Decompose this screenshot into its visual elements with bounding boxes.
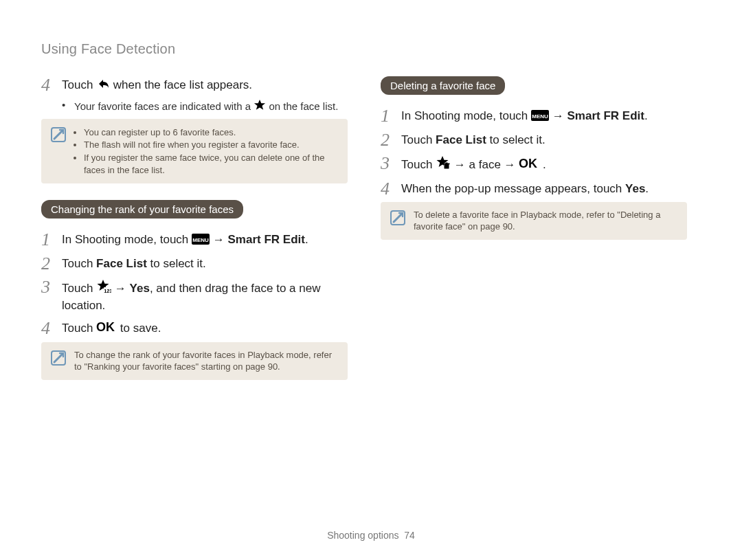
text: When the pop-up message appears, touch bbox=[401, 182, 625, 195]
text: Touch bbox=[62, 78, 96, 91]
right-step-4: 4 When the pop-up message appears, touch… bbox=[381, 180, 687, 198]
text: → bbox=[552, 109, 567, 122]
text: when the face list appears. bbox=[113, 78, 252, 91]
text: Touch bbox=[401, 158, 436, 171]
step-number: 2 bbox=[41, 255, 62, 273]
step-text: In Shooting mode, touch → Smart FR Edit. bbox=[62, 231, 308, 249]
step-number: 2 bbox=[381, 131, 401, 149]
text: . bbox=[644, 109, 648, 122]
note-item: The flash will not fire when you registe… bbox=[84, 139, 339, 151]
step-number: 4 bbox=[41, 76, 62, 94]
left-rank-step-4: 4 Touch to save. bbox=[41, 320, 348, 338]
step-text: Touch Face List to select it. bbox=[62, 255, 206, 272]
page-title: Using Face Detection bbox=[41, 41, 701, 57]
ok-icon bbox=[519, 157, 539, 175]
columns: 4 Touch when the face list appears. • Yo… bbox=[41, 71, 701, 530]
note-icon bbox=[390, 210, 405, 225]
text-bold: Face List bbox=[96, 257, 147, 270]
step-text: In Shooting mode, touch → Smart FR Edit. bbox=[401, 107, 648, 126]
step-number: 4 bbox=[381, 180, 401, 198]
step-number: 3 bbox=[381, 155, 401, 172]
note-item: You can register up to 6 favorite faces. bbox=[84, 126, 339, 139]
step-text: Touch to save. bbox=[62, 320, 161, 338]
footer: Shooting options 74 bbox=[41, 530, 701, 541]
note-body: To change the rank of your favorite face… bbox=[74, 349, 339, 373]
step-text: Touch → a face → . bbox=[401, 155, 546, 175]
step-number: 3 bbox=[41, 278, 62, 296]
note-box: You can register up to 6 favorite faces.… bbox=[41, 119, 348, 183]
note-icon bbox=[51, 350, 66, 366]
section-pill-rank: Changing the rank of your favorite faces bbox=[41, 200, 243, 219]
text: . bbox=[305, 233, 308, 246]
text: Touch bbox=[62, 282, 96, 295]
text-bold: Face List bbox=[436, 133, 486, 146]
right-column: Deleting a favorite face 1 In Shooting m… bbox=[381, 71, 687, 530]
footer-section: Shooting options bbox=[327, 530, 398, 541]
sub-bullet: • Your favorite faces are indicated with… bbox=[62, 99, 348, 113]
text: to save. bbox=[120, 322, 161, 335]
text-bold: Yes bbox=[130, 282, 150, 295]
left-step-4: 4 Touch when the face list appears. bbox=[41, 76, 348, 95]
right-step-3: 3 Touch → a face → . bbox=[381, 155, 687, 175]
step-text: Touch → Yes, and then drag the face to a… bbox=[62, 278, 348, 314]
left-rank-step-3: 3 Touch → Yes, and then drag the face to… bbox=[41, 278, 348, 314]
menu-icon bbox=[192, 234, 210, 249]
step-number: 1 bbox=[381, 107, 401, 125]
left-column: 4 Touch when the face list appears. • Yo… bbox=[41, 71, 348, 530]
text: Touch bbox=[62, 322, 96, 335]
section-pill-delete: Deleting a favorite face bbox=[381, 76, 505, 95]
note-item: If you register the same face twice, you… bbox=[84, 152, 339, 176]
text: . bbox=[543, 158, 546, 171]
step-text: Touch when the face list appears. bbox=[62, 76, 252, 95]
text: to select it. bbox=[150, 257, 206, 270]
text: In Shooting mode, touch bbox=[401, 109, 531, 122]
sub-bullet-text: Your favorite faces are indicated with a… bbox=[74, 99, 338, 113]
text: Your favorite faces are indicated with a bbox=[74, 100, 254, 112]
left-rank-step-1: 1 In Shooting mode, touch → Smart FR Edi… bbox=[41, 231, 348, 249]
text-bold: Smart FR Edit bbox=[567, 109, 644, 122]
text: to select it. bbox=[490, 133, 546, 146]
note-box-2: To change the rank of your favorite face… bbox=[41, 342, 348, 380]
text-bold: Yes bbox=[625, 182, 645, 195]
ok-icon bbox=[96, 321, 117, 338]
left-rank-step-2: 2 Touch Face List to select it. bbox=[41, 255, 348, 273]
star-123-icon bbox=[96, 280, 111, 298]
step-text: When the pop-up message appears, touch Y… bbox=[401, 180, 649, 197]
text: → a face → bbox=[454, 158, 519, 171]
footer-page: 74 bbox=[404, 530, 415, 541]
text: Touch bbox=[401, 133, 436, 146]
text: In Shooting mode, touch bbox=[62, 233, 192, 246]
back-icon bbox=[96, 78, 110, 95]
menu-icon bbox=[531, 110, 549, 126]
step-number: 1 bbox=[41, 231, 62, 249]
star-trash-icon bbox=[436, 156, 451, 175]
page: Using Face Detection 4 Touch when the fa… bbox=[0, 0, 742, 560]
right-step-1: 1 In Shooting mode, touch → Smart FR Edi… bbox=[381, 107, 687, 126]
right-step-2: 2 Touch Face List to select it. bbox=[381, 131, 687, 149]
note-body: To delete a favorite face in Playback mo… bbox=[414, 209, 679, 233]
step-text: Touch Face List to select it. bbox=[401, 131, 546, 148]
star-icon bbox=[254, 99, 266, 113]
text-bold: Smart FR Edit bbox=[228, 233, 305, 246]
text: → bbox=[115, 282, 130, 295]
text: → bbox=[213, 233, 228, 246]
step-number: 4 bbox=[41, 320, 62, 337]
bullet-dot: • bbox=[62, 99, 74, 113]
text: . bbox=[645, 182, 649, 195]
note-body: You can register up to 6 favorite faces.… bbox=[74, 126, 339, 177]
text: on the face list. bbox=[269, 100, 338, 112]
note-box-3: To delete a favorite face in Playback mo… bbox=[381, 202, 687, 240]
note-icon bbox=[51, 127, 66, 142]
text: Touch bbox=[62, 257, 96, 270]
